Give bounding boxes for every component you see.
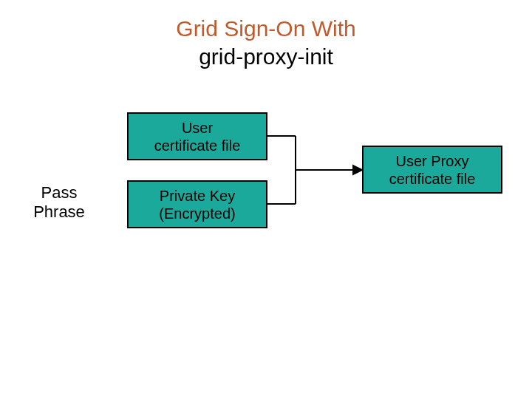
pass-phrase-text: PassPhrase xyxy=(33,183,85,221)
title-line-2: grid-proxy-init xyxy=(199,44,333,69)
bracket xyxy=(267,136,296,204)
user-certificate-box: Usercertificate file xyxy=(127,112,267,160)
svg-marker-4 xyxy=(353,166,362,174)
user-proxy-box: User Proxycertificate file xyxy=(362,146,502,194)
slide-title: Grid Sign-On With grid-proxy-init xyxy=(0,15,532,70)
title-line-1: Grid Sign-On With xyxy=(176,16,355,41)
private-key-box: Private Key(Encrypted) xyxy=(127,180,267,228)
pass-phrase-label: PassPhrase xyxy=(22,183,96,222)
private-key-text: Private Key(Encrypted) xyxy=(159,187,235,222)
user-certificate-text: Usercertificate file xyxy=(154,119,241,154)
arrow xyxy=(296,166,362,174)
user-proxy-text: User Proxycertificate file xyxy=(389,152,476,188)
